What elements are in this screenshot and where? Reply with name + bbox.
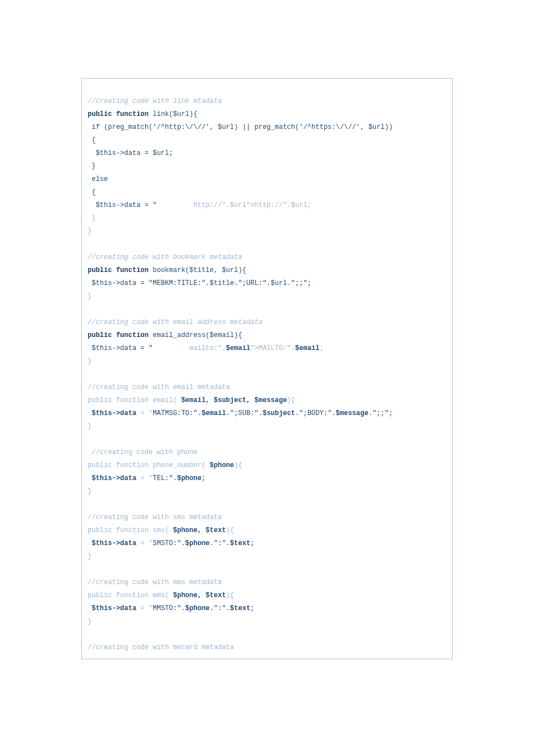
code-token: $text — [230, 539, 250, 547]
code-token: public function email( — [88, 396, 181, 404]
code-token: .";SUB:". — [226, 409, 263, 417]
code-token: //creating code with mecard metadata — [88, 643, 234, 651]
code-line — [88, 628, 446, 641]
code-token: email_address($email){ — [149, 331, 242, 339]
code-token: //creating code with bookmark metadata — [88, 253, 242, 261]
code-token: mailto:". — [153, 344, 226, 352]
code-token: } — [88, 292, 92, 300]
code-line: public function phone_number( $phone){ — [88, 459, 446, 472]
code-line: public function sms( $phone, $text){ — [88, 524, 446, 537]
code-token: //creating code with link mtadata — [88, 97, 222, 105]
code-block: //creating code with link mtadatapublic … — [81, 78, 453, 659]
code-line — [88, 82, 446, 95]
code-token: public function mms( — [88, 591, 173, 599]
code-line: } — [88, 355, 446, 368]
code-token: public function — [88, 266, 149, 274]
code-line: $this->data = "TEL:".$phone; — [88, 472, 446, 485]
code-token: = " — [136, 604, 153, 612]
code-token: ){ — [287, 396, 295, 404]
code-token: $subject — [263, 409, 296, 417]
code-token: $this->data — [92, 539, 136, 547]
document-page: //creating code with link mtadatapublic … — [0, 0, 534, 682]
code-line: $this->data = "MMSTO:".$phone.":".$text; — [88, 602, 446, 615]
code-token: http://".$url">http://".$url; — [157, 201, 311, 209]
code-token: public function — [88, 331, 149, 339]
code-token: ; — [320, 344, 324, 352]
code-token: } — [88, 422, 92, 430]
code-line: { — [88, 134, 446, 147]
code-token: $this->data — [92, 474, 136, 482]
code-token: $message — [336, 409, 368, 417]
code-token: ">MAILTO:". — [250, 344, 295, 352]
code-token: $phone, $text — [173, 526, 226, 534]
code-token: $text — [230, 604, 250, 612]
code-line — [88, 303, 446, 316]
code-token: $phone, $text — [173, 591, 226, 599]
code-line: $this->data = " mailto:".$email">MAILTO:… — [88, 342, 446, 355]
code-token: MMSTO:". — [153, 604, 185, 612]
code-token: bookmark($title, $url){ — [149, 266, 246, 274]
code-line: //creating code with link mtadata — [88, 95, 446, 108]
code-line: } — [88, 290, 446, 303]
code-token: //creating code with sms metadata — [88, 513, 222, 521]
code-token: $this->data — [92, 409, 136, 417]
code-line: public function email( $email, $subject,… — [88, 394, 446, 407]
code-token: $this->data = " — [88, 344, 153, 352]
code-token: //creating code with phone — [88, 448, 197, 456]
code-line: //creating code with phone — [88, 446, 446, 459]
code-line — [88, 563, 446, 576]
code-line: //creating code with mms metadata — [88, 576, 446, 589]
code-line: //creating code with sms metadata — [88, 511, 446, 524]
code-token: $phone — [185, 604, 210, 612]
code-token: $this->data — [92, 604, 136, 612]
code-line: public function mms( $phone, $text){ — [88, 589, 446, 602]
code-line: $this->data = "MEBKM:TITLE:".$title.";UR… — [88, 277, 446, 290]
code-token: //creating code with email metadata — [88, 383, 230, 391]
code-line — [88, 238, 446, 251]
code-token: .";BODY:". — [295, 409, 336, 417]
code-token: ){ — [234, 461, 242, 469]
code-token: .";;"; — [368, 409, 393, 417]
code-token: ; — [202, 474, 206, 482]
code-token: ){ — [226, 591, 234, 599]
code-token: = " — [136, 474, 153, 482]
code-token: else — [88, 175, 108, 183]
code-token: ; — [250, 539, 254, 547]
code-token: public function phone_number( — [88, 461, 210, 469]
code-line: { — [88, 186, 446, 199]
code-token: $email — [226, 344, 250, 352]
code-line: //creating code with email metadata — [88, 381, 446, 394]
code-line: } — [88, 160, 446, 173]
code-token: link($url){ — [149, 110, 197, 118]
code-token: $phone — [210, 461, 234, 469]
code-token: SMSTO:". — [153, 539, 185, 547]
code-token: $email, $subject, $message — [181, 396, 287, 404]
code-line: public function email_address($email){ — [88, 329, 446, 342]
code-line — [88, 368, 446, 381]
code-line — [88, 433, 446, 446]
code-line: //creating code with bookmark metadata — [88, 251, 446, 264]
code-token: } — [88, 227, 92, 235]
code-token: { — [88, 188, 95, 196]
code-token: $phone — [185, 539, 210, 547]
code-token: TEL:". — [153, 474, 177, 482]
code-line: public function link($url){ — [88, 108, 446, 121]
code-token: $this->data = $url; — [88, 149, 173, 157]
code-line: else — [88, 173, 446, 186]
code-token: } — [88, 162, 95, 170]
code-line: } — [88, 485, 446, 498]
code-line: $this->data = "MATMSG:TO:".$email.";SUB:… — [88, 407, 446, 420]
code-token: MATMSG:TO:". — [153, 409, 201, 417]
code-token: .":". — [210, 539, 230, 547]
code-token: $this->data = " — [88, 201, 157, 209]
code-line: if (preg_match('/^http:\/\//', $url) || … — [88, 121, 446, 134]
code-token: //creating code with mms metadata — [88, 578, 222, 586]
code-token: } — [88, 552, 92, 560]
code-line: } — [88, 615, 446, 628]
code-token: $phone — [177, 474, 201, 482]
code-token: if (preg_match('/^http:\/\//', $url) || … — [88, 123, 393, 131]
code-line: $this->data = "SMSTO:".$phone.":".$text; — [88, 537, 446, 550]
code-line: } — [88, 420, 446, 433]
code-token: } — [88, 214, 95, 222]
code-line: $this->data = " http://".$url">http://".… — [88, 199, 446, 212]
